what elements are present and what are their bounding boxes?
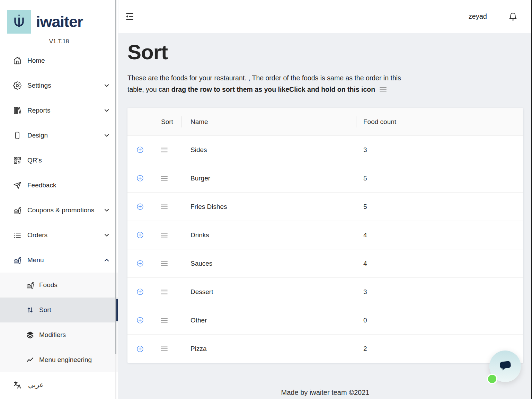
page-content: Sort These are the foods for your restau…: [118, 33, 532, 399]
expand-plus-icon[interactable]: [136, 317, 144, 324]
sidebar-item-reports[interactable]: Reports: [0, 98, 118, 123]
chevron-down-icon: [104, 133, 109, 138]
expand-plus-icon[interactable]: [136, 231, 144, 239]
expand-plus-icon[interactable]: [136, 260, 144, 267]
sidebar-item-settings[interactable]: Settings: [0, 73, 118, 98]
row-food-count: 3: [363, 146, 367, 154]
online-status-dot: [487, 374, 497, 384]
page-title: Sort: [118, 33, 532, 64]
sidebar-item-label: QR's: [27, 157, 109, 164]
table-row[interactable]: Sauces 4: [127, 249, 523, 278]
sidebar-collapse-icon[interactable]: [125, 12, 134, 21]
drag-handle-icon[interactable]: [160, 175, 168, 182]
sidebar-item-label: Design: [27, 132, 104, 139]
sidebar-item-modifiers[interactable]: Modifiers: [0, 322, 118, 347]
sort-arrows-icon: [26, 306, 34, 314]
sidebar-item-menu[interactable]: Menu: [0, 248, 118, 273]
active-item-indicator: [116, 299, 118, 321]
reports-icon: [13, 106, 21, 115]
drag-handle-icon[interactable]: [160, 232, 168, 239]
drag-handle-icon[interactable]: [160, 203, 168, 210]
expand-plus-icon[interactable]: [136, 345, 144, 353]
layers-icon: [26, 331, 34, 339]
list-icon: [13, 231, 21, 239]
sidebar-item-orders[interactable]: Orders: [0, 223, 118, 248]
expand-plus-icon[interactable]: [136, 203, 144, 210]
row-name: Pizza: [190, 345, 206, 353]
language-toggle-arabic[interactable]: عربي: [0, 372, 118, 397]
chevron-up-icon: [104, 257, 109, 263]
sidebar-item-coupons[interactable]: Coupons & promotions: [0, 198, 118, 223]
sidebar-item-design[interactable]: Design: [0, 123, 118, 148]
sidebar-scrollbar-thumb[interactable]: [115, 0, 116, 354]
qr-code-icon: [13, 156, 21, 165]
top-header: zeyad: [118, 0, 532, 33]
row-food-count: 4: [363, 260, 367, 267]
sidebar-item-foods[interactable]: Foods: [0, 273, 118, 298]
drag-handle-icon[interactable]: [160, 289, 168, 295]
sidebar-item-label: Coupons & promotions: [27, 206, 104, 214]
expand-plus-icon[interactable]: [136, 288, 144, 295]
table-row[interactable]: Pizza 2: [127, 335, 523, 363]
sidebar-item-label: Orders: [27, 231, 104, 239]
sidebar-item-home[interactable]: Home: [0, 48, 118, 73]
iwaiter-logo-icon: [7, 10, 31, 34]
home-icon: [13, 56, 21, 65]
row-food-count: 5: [363, 203, 367, 211]
row-food-count: 0: [363, 317, 367, 324]
sidebar-item-label: Foods: [39, 281, 57, 289]
sidebar-item-sort[interactable]: Sort: [0, 298, 118, 322]
table-row[interactable]: Other 0: [127, 306, 523, 335]
sidebar-item-label: Modifiers: [39, 331, 66, 339]
drag-handle-icon[interactable]: [160, 345, 168, 352]
notifications-bell-icon[interactable]: [508, 12, 517, 21]
table-row[interactable]: Sides 3: [127, 136, 523, 164]
sidebar-item-label: Settings: [27, 82, 104, 89]
fastfood-icon: [13, 256, 21, 264]
sort-table: Sort Name Food count Sides 3 Burger: [127, 108, 523, 363]
row-name: Drinks: [190, 231, 209, 239]
row-name: Sauces: [190, 260, 212, 267]
chat-bubble-icon: [497, 359, 513, 374]
row-food-count: 5: [363, 175, 367, 182]
sidebar-item-label: Menu: [27, 256, 104, 264]
table-row[interactable]: Drinks 4: [127, 221, 523, 249]
drag-handle-icon[interactable]: [160, 147, 168, 153]
drag-handle-icon[interactable]: [160, 317, 168, 324]
sidebar-item-feedback[interactable]: Feedback: [0, 173, 118, 198]
sidebar-item-qrs[interactable]: QR's: [0, 148, 118, 173]
footer-credit: Made by iwaiter team ©2021: [118, 389, 532, 397]
row-name: Fries Dishes: [190, 203, 227, 211]
chevron-down-icon: [104, 108, 109, 113]
sidebar-item-menu-engineering[interactable]: Menu engineering: [0, 347, 118, 372]
sidebar-item-label: Sort: [39, 306, 51, 314]
chevron-down-icon: [104, 207, 109, 213]
app-version: V1.T.18: [0, 38, 118, 45]
app-root: iwaiter V1.T.18 Home Settings: [0, 0, 532, 399]
sidebar-nav: Home Settings Reports: [0, 48, 118, 273]
table-row[interactable]: Burger 5: [127, 164, 523, 193]
sidebar-item-label: Home: [27, 57, 109, 64]
fastfood-icon: [26, 281, 34, 289]
row-food-count: 3: [363, 288, 367, 296]
row-name: Burger: [190, 175, 210, 182]
trend-chart-icon: [26, 356, 34, 364]
column-header-food-count: Food count: [363, 118, 396, 126]
table-row[interactable]: Dessert 3: [127, 278, 523, 306]
translate-icon: [13, 381, 22, 389]
drag-handle-icon[interactable]: [160, 260, 168, 267]
table-row[interactable]: Fries Dishes 5: [127, 193, 523, 221]
column-header-sort: Sort: [161, 118, 173, 126]
row-name: Other: [190, 317, 207, 324]
sidebar: iwaiter V1.T.18 Home Settings: [0, 0, 118, 399]
brand[interactable]: iwaiter: [7, 10, 83, 34]
table-header-row: Sort Name Food count: [127, 108, 523, 136]
main-area: zeyad Sort These are the foods for your …: [118, 0, 532, 399]
description-bold-drag: drag the row to sort them as you like: [171, 86, 289, 93]
chevron-down-icon: [104, 83, 109, 88]
header-actions: zeyad: [469, 12, 517, 21]
gear-icon: [13, 81, 21, 90]
expand-plus-icon[interactable]: [136, 175, 144, 182]
username[interactable]: zeyad: [469, 12, 487, 20]
expand-plus-icon[interactable]: [136, 146, 144, 153]
